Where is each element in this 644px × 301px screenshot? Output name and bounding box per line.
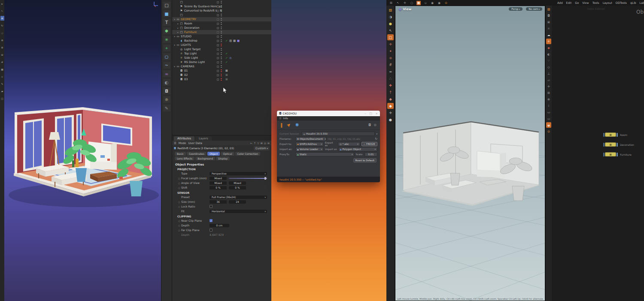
paint-blob-icon[interactable]: ● bbox=[387, 21, 394, 27]
mode-menu[interactable]: Mode bbox=[179, 141, 186, 145]
expand-icon[interactable]: ▸ bbox=[176, 27, 179, 29]
visibility-dots[interactable] bbox=[221, 1, 222, 4]
export-as-combo[interactable]: ▤ *.abc bbox=[338, 142, 360, 146]
material-icon[interactable]: ◐ bbox=[546, 51, 551, 57]
lock-icon[interactable]: ⊠ bbox=[546, 19, 551, 25]
lasso-icon[interactable]: ○ bbox=[410, 1, 414, 5]
refresh-icon[interactable]: ↻ bbox=[375, 137, 377, 141]
lock-icon[interactable]: ⊠ bbox=[261, 141, 263, 144]
link-left-icon[interactable]: ◉ bbox=[430, 1, 434, 5]
section-tab-display[interactable]: Display bbox=[216, 157, 230, 160]
menu-icon[interactable]: ☰ bbox=[174, 141, 176, 145]
image-icon[interactable]: ▨ bbox=[387, 7, 394, 13]
pose-lib-icon[interactable]: ◆ bbox=[387, 96, 394, 102]
spline-pen-icon[interactable]: ~ bbox=[163, 62, 170, 69]
visibility-dots[interactable] bbox=[221, 14, 222, 17]
keyframe-dot-icon[interactable]: ○ bbox=[178, 224, 181, 227]
cloud-icon[interactable]: ☁ bbox=[546, 32, 551, 38]
layer-tag-icon[interactable] bbox=[217, 40, 219, 42]
key-icon[interactable]: ✚ bbox=[387, 82, 394, 88]
node-body[interactable]: ▦ bbox=[605, 152, 616, 157]
network-node[interactable]: ▦Furniture bbox=[603, 152, 632, 157]
material-tag-icon[interactable]: ■ bbox=[237, 39, 240, 43]
attribute-value-field[interactable]: Mixed bbox=[210, 181, 227, 185]
layer-tag-icon[interactable] bbox=[217, 14, 219, 16]
attribute-dropdown[interactable]: Full Frame (36x24) bbox=[210, 196, 267, 199]
attribute-checkbox[interactable]: ✓ bbox=[210, 219, 213, 222]
camera-selector[interactable]: No cam bbox=[526, 7, 542, 11]
node-input-flag[interactable] bbox=[603, 133, 605, 137]
object-row[interactable]: ▾▭LIGHTS bbox=[172, 43, 271, 47]
light-icon[interactable]: ☼ bbox=[163, 96, 170, 103]
visibility-dots[interactable] bbox=[221, 78, 222, 81]
attribute-value-field[interactable]: Mixed bbox=[229, 181, 246, 185]
minimize-icon[interactable]: – bbox=[365, 112, 366, 115]
move-tool-icon[interactable]: ✛ bbox=[403, 1, 407, 5]
expand-icon[interactable]: ▾ bbox=[173, 44, 176, 46]
generator-icon[interactable]: ✱ bbox=[163, 27, 170, 34]
object-row[interactable]: ◎Light Target bbox=[172, 47, 271, 51]
section-tab-optical[interactable]: Optical bbox=[221, 152, 234, 156]
coordinate-system-icon[interactable]: ⊞ bbox=[0, 52, 4, 57]
pose-icon[interactable]: ✦ bbox=[387, 48, 394, 54]
menu-odtools[interactable]: ODTools bbox=[616, 1, 627, 5]
wire-icon[interactable]: ◇ bbox=[546, 64, 551, 70]
pen-icon[interactable]: ✎ bbox=[163, 105, 170, 111]
snap-icon[interactable]: # bbox=[387, 62, 394, 68]
menu-view[interactable]: View bbox=[582, 1, 589, 5]
object-row[interactable]: □ bbox=[172, 0, 271, 4]
snapshot-icon[interactable]: ▨ bbox=[546, 6, 551, 12]
houdini-viewport[interactable]: ◆ View Persp No cam Left mouse tumble, M… bbox=[395, 6, 545, 301]
persp-selector[interactable]: Persp bbox=[509, 7, 522, 11]
layer-tag-icon[interactable] bbox=[217, 66, 219, 68]
layer-tag-icon[interactable] bbox=[217, 61, 219, 63]
object-row[interactable]: ◘03⊞ bbox=[172, 77, 271, 81]
menu-labs[interactable]: Labs bbox=[640, 1, 644, 5]
chevron-down-icon[interactable]: ▾ bbox=[376, 132, 377, 135]
move-icon[interactable]: ✛ bbox=[0, 16, 4, 21]
walk-icon[interactable]: ∴ bbox=[387, 75, 394, 81]
visibility-dots[interactable] bbox=[221, 65, 222, 68]
node-display-flag[interactable] bbox=[617, 153, 618, 157]
object-row[interactable]: ◖Backdrop✓▨▩■ bbox=[172, 39, 271, 43]
network-editor[interactable]: Indie Edition Ob ▦Room▦Decoration▦Furnit… bbox=[552, 6, 644, 301]
section-tab-background[interactable]: Background bbox=[195, 157, 215, 160]
up-icon[interactable]: ↑ bbox=[254, 141, 256, 144]
visibility-dots[interactable] bbox=[221, 74, 222, 77]
normals-icon[interactable]: ⊥ bbox=[546, 71, 551, 76]
attribute-checkbox[interactable] bbox=[210, 229, 213, 232]
visibility-dots[interactable] bbox=[221, 35, 222, 38]
section-tab-color-correction[interactable]: Color Correction bbox=[235, 152, 261, 156]
custom-dropdown[interactable]: Custom bbox=[254, 146, 270, 150]
inactive-camera-icon[interactable]: ⊞ bbox=[225, 77, 228, 81]
node-display-flag[interactable] bbox=[617, 133, 618, 137]
visibility-dots[interactable] bbox=[221, 61, 222, 64]
active-camera-icon[interactable]: ⊞ bbox=[225, 69, 228, 73]
texture-tag-icon[interactable]: ▨ bbox=[229, 39, 232, 43]
headlight-icon[interactable]: ☼ bbox=[546, 39, 551, 44]
cursor-icon[interactable]: ↖ bbox=[0, 9, 4, 13]
object-row[interactable]: ☼Top Light✓ bbox=[172, 51, 271, 56]
grid-icon[interactable]: ⊞ bbox=[546, 90, 551, 96]
rig-icon[interactable]: † bbox=[387, 89, 394, 95]
node-body[interactable]: ▦ bbox=[605, 132, 616, 137]
attribute-dropdown[interactable]: Perspective bbox=[210, 172, 267, 175]
layer-tag-icon[interactable] bbox=[217, 48, 219, 51]
shade-icon[interactable]: ◆ bbox=[546, 45, 551, 51]
object-row[interactable]: ⚑Converted to Redshift by Maxon bbox=[172, 9, 271, 13]
select-box-icon[interactable]: □ bbox=[387, 34, 394, 40]
object-row[interactable]: □ bbox=[172, 13, 271, 17]
layer-tag-icon[interactable] bbox=[217, 27, 219, 29]
import-as-combo[interactable]: ▲ Volume Loader bbox=[295, 147, 324, 151]
spline-circle-icon[interactable]: ○ bbox=[163, 53, 170, 60]
layer-tag-icon[interactable] bbox=[217, 36, 219, 38]
enabled-check-icon[interactable]: ✓ bbox=[225, 39, 228, 43]
pen-icon[interactable]: ✎ bbox=[0, 81, 4, 86]
object-row[interactable]: ☼Side Light✓◎ bbox=[172, 56, 271, 60]
pause-icon[interactable]: ‖ bbox=[280, 123, 283, 127]
keyframe-dot-icon[interactable]: ○ bbox=[178, 201, 181, 203]
node-input-flag[interactable] bbox=[603, 143, 605, 147]
layout-grid-icon[interactable]: ⊞ bbox=[389, 1, 393, 5]
network-node[interactable]: ▦Decoration bbox=[603, 142, 634, 147]
align-icon[interactable]: ≡ bbox=[387, 69, 394, 75]
